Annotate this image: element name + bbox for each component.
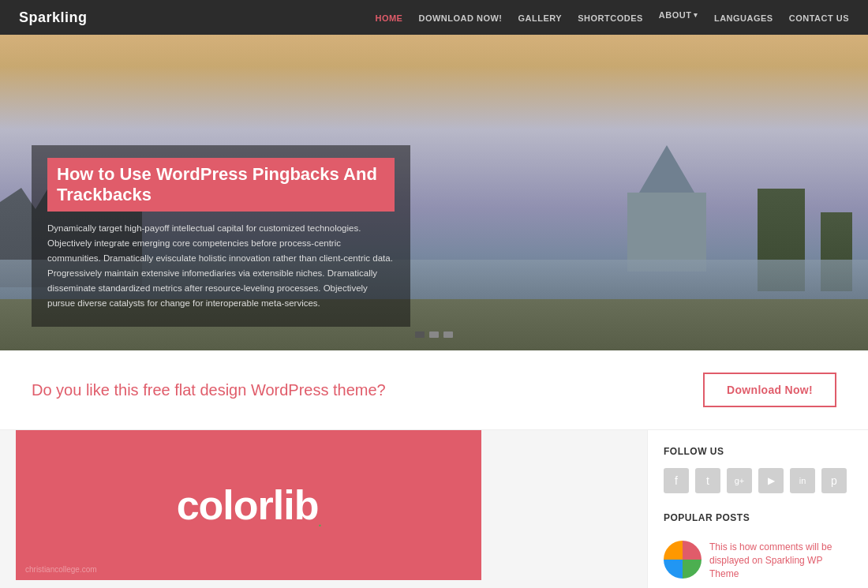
navbar: Sparkling HOME DOWNLOAD NOW! GALLERY SHO…	[0, 0, 868, 35]
pinterest-icon[interactable]: p	[821, 468, 847, 493]
nav-links: HOME DOWNLOAD NOW! GALLERY SHORTCODES AB…	[375, 10, 849, 24]
facebook-icon[interactable]: f	[664, 468, 689, 493]
follow-icons: f t g+ ▶ in p	[664, 468, 852, 493]
download-now-button[interactable]: Download Now!	[703, 373, 836, 407]
dot-2[interactable]	[429, 331, 439, 338]
chevron-down-icon: ▾	[694, 11, 698, 19]
nav-contact[interactable]: CONTACT US	[789, 13, 849, 23]
nav-home[interactable]: HOME	[375, 13, 402, 23]
popular-post-item: This is how comments will be displayed o…	[664, 534, 852, 586]
post-thumbnail	[664, 541, 702, 579]
download-bar: Do you like this free flat design WordPr…	[0, 350, 868, 430]
watermark-text: christiancollege.com	[25, 565, 97, 574]
google-plus-icon[interactable]: g+	[727, 468, 752, 493]
nav-shortcodes[interactable]: SHORTCODES	[578, 13, 643, 23]
dot-3[interactable]	[443, 331, 453, 338]
left-content: colorlib. christiancollege.com	[0, 430, 647, 588]
sidebar: FOLLOW US f t g+ ▶ in p POPULAR POSTS Th…	[647, 430, 868, 588]
hero-title-bar: How to Use WordPress Pingbacks And Track…	[47, 158, 395, 212]
download-tagline: Do you like this free flat design WordPr…	[32, 381, 386, 399]
twitter-icon[interactable]: t	[695, 468, 720, 493]
colorlib-dot: .	[318, 516, 320, 529]
follow-us-label: FOLLOW US	[664, 446, 852, 457]
slider-dots	[415, 331, 453, 338]
main-section: colorlib. christiancollege.com FOLLOW US…	[0, 430, 868, 588]
nav-about[interactable]: ABOUT ▾	[659, 10, 698, 20]
nav-languages[interactable]: LANGUAGES	[714, 13, 773, 23]
brand-logo[interactable]: Sparkling	[19, 9, 88, 26]
nav-gallery[interactable]: GALLERY	[518, 13, 563, 23]
dot-1[interactable]	[415, 331, 425, 338]
popular-posts-label: POPULAR POSTS	[664, 512, 852, 523]
hero-content: How to Use WordPress Pingbacks And Track…	[32, 145, 410, 327]
colorlib-logo: colorlib.	[177, 481, 321, 529]
youtube-icon[interactable]: ▶	[758, 468, 784, 493]
linkedin-icon[interactable]: in	[790, 468, 815, 493]
hero-description: Dynamically target high-payoff intellect…	[47, 221, 395, 311]
nav-download[interactable]: DOWNLOAD NOW!	[418, 13, 502, 23]
hero-section: How to Use WordPress Pingbacks And Track…	[0, 35, 868, 350]
hero-title: How to Use WordPress Pingbacks And Track…	[57, 164, 385, 205]
colorlib-card: colorlib. christiancollege.com	[16, 430, 481, 580]
post-title-link[interactable]: This is how comments will be displayed o…	[709, 541, 852, 580]
